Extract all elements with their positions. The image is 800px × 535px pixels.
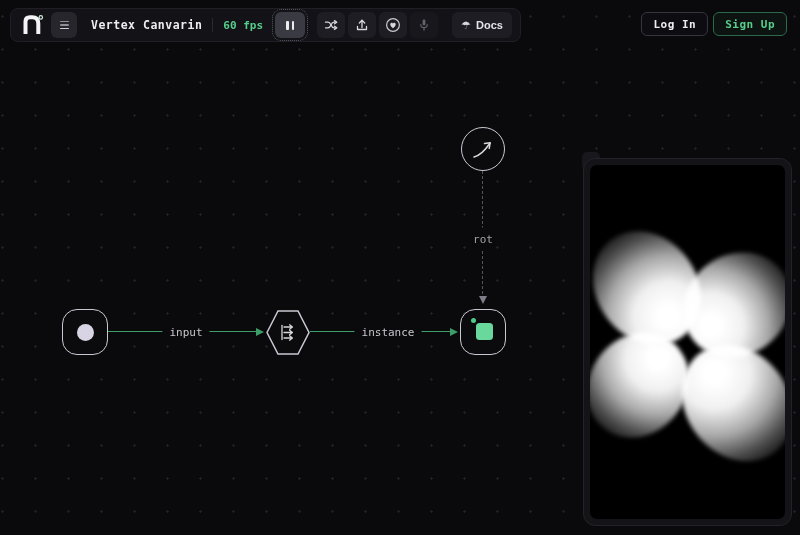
node-editor-canvas[interactable]: Vertex Canvarin 60 fps	[0, 0, 800, 535]
docs-label: Docs	[476, 19, 503, 31]
edge-rot-label: rot	[472, 228, 494, 251]
render-preview-panel[interactable]	[583, 158, 792, 526]
microphone-button[interactable]	[410, 12, 438, 38]
toolbar-divider	[212, 18, 213, 32]
login-button[interactable]: Log In	[641, 12, 708, 36]
edge-input-label: input	[162, 325, 209, 340]
heart-circle-icon	[385, 17, 401, 33]
docs-button[interactable]: ☂ Docs	[452, 12, 512, 38]
source-node-dot-icon	[77, 324, 94, 341]
rotate-arrow-icon	[466, 132, 500, 166]
instancer-node[interactable]	[265, 309, 311, 356]
toolbar-icon-group	[317, 12, 438, 38]
rotation-node[interactable]	[461, 127, 505, 171]
pause-button[interactable]	[275, 12, 305, 38]
output-node-square-icon	[476, 323, 493, 340]
edge-instance-arrowhead	[450, 328, 458, 336]
umbrella-icon: ☂	[461, 19, 471, 32]
shuffle-icon	[323, 17, 339, 33]
edge-input-arrowhead	[256, 328, 264, 336]
menu-button[interactable]	[51, 12, 77, 38]
output-node-dot-icon	[471, 318, 476, 323]
source-node[interactable]	[62, 309, 108, 355]
microphone-icon	[416, 17, 432, 33]
pause-icon	[286, 21, 289, 30]
render-viewport	[590, 165, 785, 519]
export-button[interactable]	[348, 12, 376, 38]
upload-icon	[354, 17, 370, 33]
toolbar: Vertex Canvarin 60 fps	[10, 8, 521, 42]
app-logo-icon[interactable]	[19, 12, 45, 38]
menu-icon	[60, 21, 69, 23]
app-title: Vertex Canvarin	[91, 18, 202, 32]
signup-button[interactable]: Sign Up	[713, 12, 787, 36]
sponsor-button[interactable]	[379, 12, 407, 38]
shuffle-button[interactable]	[317, 12, 345, 38]
multi-arrows-icon	[282, 325, 292, 340]
edge-instance-label: instance	[355, 325, 422, 340]
auth-buttons: Log In Sign Up	[641, 12, 787, 36]
fps-counter: 60 fps	[223, 19, 263, 32]
output-node[interactable]	[460, 309, 506, 355]
edge-rot-arrowhead	[479, 296, 487, 304]
